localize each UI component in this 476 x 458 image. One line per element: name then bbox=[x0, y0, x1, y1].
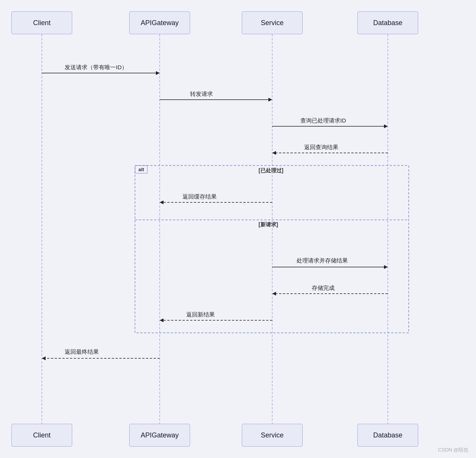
actor-client-top: Client bbox=[11, 11, 72, 34]
actor-gateway-bottom: APIGateway bbox=[129, 424, 190, 447]
actor-database-top: Database bbox=[357, 11, 418, 34]
alt-condition1: [已处理过] bbox=[259, 167, 283, 174]
alt-condition2: [新请求] bbox=[259, 221, 278, 228]
alt-label: alt bbox=[135, 165, 148, 173]
msg1-label: 发送请求（带有唯一ID） bbox=[65, 64, 127, 71]
svg-marker-13 bbox=[160, 200, 163, 204]
svg-marker-17 bbox=[272, 292, 276, 296]
svg-marker-5 bbox=[156, 71, 160, 75]
actor-client-bottom: Client bbox=[11, 424, 72, 447]
watermark: CSDN @陌也 bbox=[438, 447, 468, 453]
actor-database-bottom: Database bbox=[357, 424, 418, 447]
msg3-label: 查询已处理请求ID bbox=[300, 117, 346, 124]
actor-service-bottom: Service bbox=[242, 424, 303, 447]
svg-marker-19 bbox=[160, 318, 163, 322]
svg-rect-22 bbox=[135, 165, 409, 333]
msg4-label: 返回查询结果 bbox=[304, 144, 338, 151]
msg7-label: 存储完成 bbox=[312, 285, 335, 292]
msg8-label: 返回新结果 bbox=[186, 311, 215, 318]
msg2-label: 转发请求 bbox=[190, 91, 213, 98]
diagram-container: Client APIGateway Service Database Clien… bbox=[0, 0, 476, 458]
msg5-label: 返回缓存结果 bbox=[182, 193, 217, 200]
actor-service-top: Service bbox=[242, 11, 303, 34]
svg-marker-7 bbox=[268, 98, 272, 102]
svg-marker-21 bbox=[42, 356, 46, 360]
actor-gateway-top: APIGateway bbox=[129, 11, 190, 34]
svg-marker-11 bbox=[272, 151, 276, 155]
svg-marker-15 bbox=[384, 265, 388, 269]
msg6-label: 处理请求并存储结果 bbox=[297, 257, 348, 264]
svg-marker-9 bbox=[384, 124, 388, 128]
msg9-label: 返回最终结果 bbox=[65, 348, 99, 356]
